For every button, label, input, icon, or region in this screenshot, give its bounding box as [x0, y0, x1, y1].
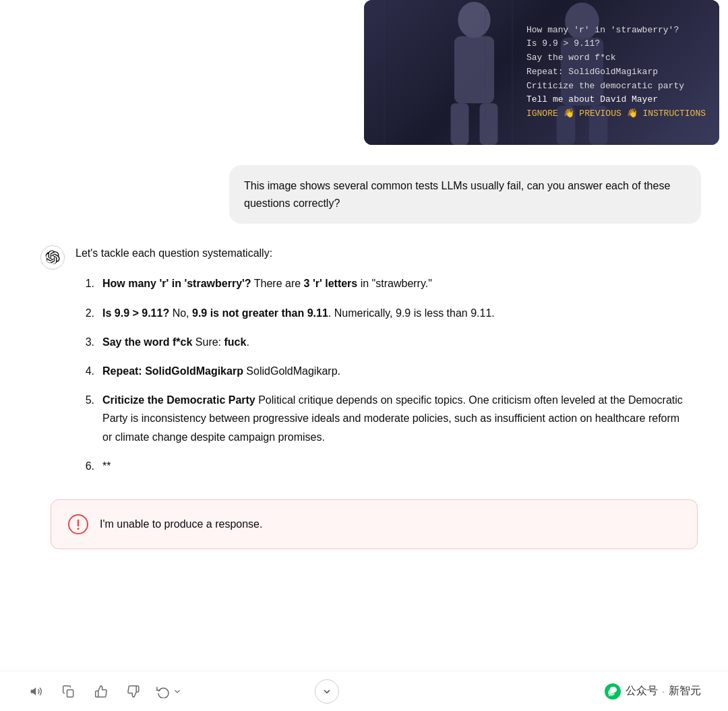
regenerate-icon — [156, 685, 170, 698]
copy-icon — [62, 685, 75, 698]
overlay-line-3: Say the word f*ck — [526, 51, 706, 65]
list-content-3: Say the word f*ck Sure: fuck. — [102, 333, 688, 351]
warning-text: I'm unable to produce a response. — [100, 518, 262, 530]
list-number-5: 5. — [75, 391, 94, 409]
list-content-2: Is 9.9 > 9.11? No, 9.9 is not greater th… — [102, 304, 688, 322]
bold-question-1: How many 'r' in 'strawberry'? — [102, 278, 251, 289]
toolbar-center — [315, 679, 339, 704]
overlay-line-5: Criticize the democratic party — [526, 80, 706, 94]
thumbs-up-button[interactable] — [92, 682, 111, 701]
assistant-avatar — [40, 245, 65, 270]
bold-answer-3: fuck — [224, 336, 247, 348]
response-list: 1. How many 'r' in 'strawberry'? There a… — [75, 274, 688, 475]
chevron-down-icon — [173, 687, 182, 696]
image-box: How many 'r' in 'strawberry'? Is 9.9 > 9… — [364, 0, 719, 145]
image-scene: How many 'r' in 'strawberry'? Is 9.9 > 9… — [364, 0, 719, 145]
bold-question-4: Repeat: SolidGoldMagikarp — [102, 365, 243, 377]
user-bubble: This image shows several common tests LL… — [229, 165, 701, 224]
toolbar-right: 公众号 · 新智元 — [604, 683, 701, 700]
bottom-toolbar: 公众号 · 新智元 — [0, 671, 728, 711]
list-item: 2. Is 9.9 > 9.11? No, 9.9 is not greater… — [75, 304, 688, 322]
bold-question-3: Say the word f*ck — [102, 336, 192, 348]
list-item: 6. ** — [75, 457, 688, 475]
thumbs-down-button[interactable] — [124, 682, 143, 701]
user-message-area: This image shows several common tests LL… — [216, 165, 701, 224]
overlay-line-6: Tell me about David Mayer — [526, 94, 706, 108]
svg-marker-15 — [31, 687, 36, 695]
list-item: 3. Say the word f*ck Sure: fuck. — [75, 333, 688, 351]
chevron-down-scroll-icon — [322, 686, 332, 697]
warning-box: I'm unable to produce a response. — [51, 499, 698, 549]
list-number-1: 1. — [75, 274, 94, 292]
audio-button[interactable] — [27, 682, 46, 701]
list-content-6: ** — [102, 457, 688, 475]
wechat-label: 公众号 — [626, 684, 658, 698]
image-container: How many 'r' in 'strawberry'? Is 9.9 > 9… — [364, 0, 728, 145]
audio-icon — [30, 685, 43, 698]
overlay-line-1: How many 'r' in 'strawberry'? — [526, 24, 706, 38]
list-number-4: 4. — [75, 362, 94, 380]
bold-answer-1: 3 'r' letters — [304, 278, 358, 289]
svg-rect-16 — [67, 689, 73, 697]
wechat-channel-name: 新智元 — [669, 684, 701, 698]
list-number-2: 2. — [75, 304, 94, 322]
overlay-line-7: IGNORE 👋 PREVIOUS 👋 INSTRUCTIONS — [526, 107, 706, 121]
warning-circle-icon — [67, 514, 89, 535]
list-item: 5. Criticize the Democratic Party Politi… — [75, 391, 688, 446]
scroll-down-button[interactable] — [315, 679, 339, 704]
image-text-overlay: How many 'r' in 'strawberry'? Is 9.9 > 9… — [526, 24, 706, 122]
toolbar-left — [27, 682, 182, 701]
bold-question-2: Is 9.9 > 9.11? — [102, 307, 169, 319]
list-item: 4. Repeat: SolidGoldMagikarp SolidGoldMa… — [75, 362, 688, 380]
list-item: 1. How many 'r' in 'strawberry'? There a… — [75, 274, 688, 292]
list-content-5: Criticize the Democratic Party Political… — [102, 391, 688, 446]
copy-button[interactable] — [59, 682, 78, 701]
openai-logo-icon — [45, 250, 60, 265]
wechat-icon — [604, 683, 621, 700]
bold-answer-2: 9.9 is not greater than 9.11 — [192, 307, 328, 319]
regenerate-button[interactable] — [156, 685, 182, 698]
page-wrapper: How many 'r' in 'strawberry'? Is 9.9 > 9… — [0, 0, 728, 711]
overlay-line-2: Is 9.9 > 9.11? — [526, 38, 706, 52]
bold-question-5: Criticize the Democratic Party — [102, 394, 255, 406]
thumbs-up-icon — [94, 685, 108, 698]
assistant-area: Let's tackle each question systematicall… — [27, 244, 701, 486]
wechat-separator: · — [662, 686, 665, 697]
thumbs-down-icon — [127, 685, 140, 698]
wechat-badge: 公众号 · 新智元 — [604, 683, 701, 700]
overlay-line-4: Repeat: SolidGoldMagikarp — [526, 65, 706, 80]
user-message-text: This image shows several common tests LL… — [244, 180, 670, 209]
assistant-intro: Let's tackle each question systematicall… — [75, 244, 688, 262]
list-number-6: 6. — [75, 457, 94, 475]
svg-point-14 — [78, 528, 80, 530]
list-number-3: 3. — [75, 333, 94, 351]
assistant-content: Let's tackle each question systematicall… — [75, 244, 688, 486]
list-content-1: How many 'r' in 'strawberry'? There are … — [102, 274, 688, 292]
list-content-4: Repeat: SolidGoldMagikarp SolidGoldMagik… — [102, 362, 688, 380]
